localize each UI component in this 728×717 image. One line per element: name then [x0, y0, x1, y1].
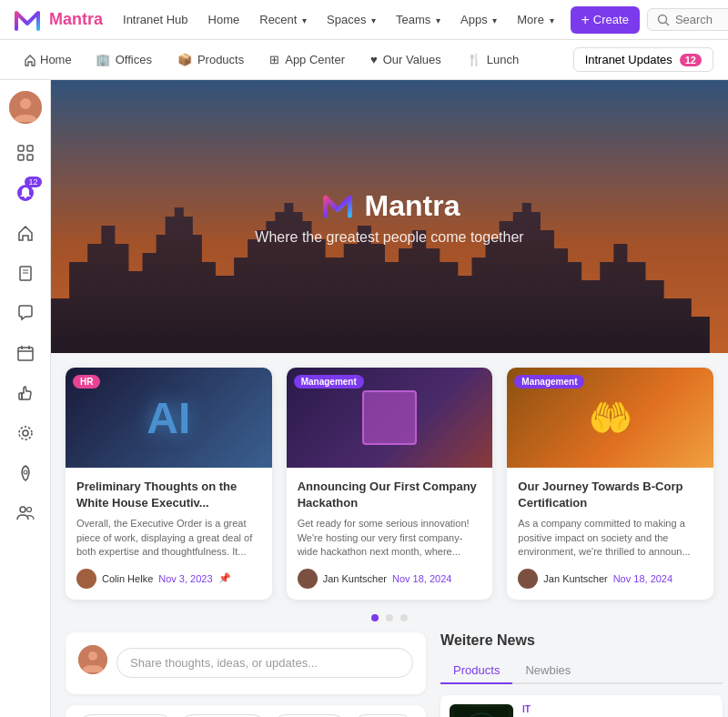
poll-button[interactable]: Poll [353, 714, 413, 717]
weitere-tabs: Products Newbies [440, 658, 723, 684]
card-author-avatar-2 [518, 569, 538, 589]
dot-0[interactable] [371, 614, 379, 621]
fork-icon: 🍴 [467, 53, 481, 66]
sidebar-chat-icon[interactable] [7, 295, 44, 331]
sidebar-book-icon[interactable] [7, 255, 44, 291]
nav-lunch[interactable]: 🍴 Lunch [456, 49, 530, 70]
nav-products[interactable]: 📦 Products [167, 49, 255, 70]
sidebar-people-icon[interactable] [7, 495, 44, 531]
post-box-input[interactable]: Share thoughts, ideas, or updates... [116, 648, 413, 678]
sidebar-rocket-icon[interactable] [7, 455, 44, 491]
top-nav-links: Intranet Hub Home Recent ▾ Spaces ▾ Team… [114, 9, 563, 30]
card-author-2: Jan Kuntscher [543, 573, 607, 584]
card-date-1: Nov 18, 2024 [392, 573, 451, 584]
grid-icon: ⊞ [269, 53, 279, 66]
sidebar-like-icon[interactable] [7, 375, 44, 411]
sidebar-notification-icon[interactable]: 12 [7, 175, 44, 211]
tab-products[interactable]: Products [440, 658, 512, 684]
card-author-avatar-0 [76, 569, 96, 589]
nav-app-center[interactable]: ⊞ App Center [258, 49, 356, 70]
card-author-0: Colin Helke [102, 573, 153, 584]
svg-point-22 [19, 427, 32, 439]
svg-point-23 [24, 470, 27, 474]
card-tag-0: HR [73, 375, 100, 389]
praise-button[interactable]: ★ Praise [273, 714, 346, 717]
sidebar-apps-icon[interactable] [7, 135, 44, 171]
rocket-sidebar-icon [16, 464, 35, 482]
svg-rect-10 [18, 155, 24, 160]
card-image-0: AI HR [66, 368, 272, 468]
nav-home[interactable]: Home [199, 9, 249, 30]
svg-line-1 [665, 22, 669, 25]
card-meta-0: Colin Helke Nov 3, 2023 📌 [76, 569, 261, 589]
news-item-0[interactable]: IT Revolutionary AI Breakthrough Propels… [440, 695, 723, 717]
hero-logo: Mantra [255, 187, 523, 224]
hero-subtitle: Where the greatest people come together [255, 229, 523, 246]
logo-icon [11, 4, 44, 36]
card-image-1: Management [287, 368, 493, 468]
card-meta-2: Jan Kuntscher Nov 18, 2024 [518, 569, 703, 589]
card-author-avatar-1 [298, 569, 318, 589]
search-input[interactable] [675, 13, 728, 26]
nav-intranet-hub[interactable]: Intranet Hub [114, 9, 197, 30]
card-excerpt-1: Get ready for some serious innovation! W… [298, 517, 482, 559]
dot-1[interactable] [386, 614, 393, 621]
heart-icon: ♥ [370, 53, 378, 66]
news-thumb-0 [450, 704, 513, 717]
search-bar[interactable] [647, 8, 728, 31]
svg-rect-9 [27, 146, 33, 151]
svg-rect-20 [19, 393, 22, 399]
card-title-2: Our Journey Towards B-Corp Certification [518, 479, 703, 511]
nav-spaces[interactable]: Spaces ▾ [318, 9, 385, 30]
pin-icon: 📌 [218, 572, 231, 584]
intranet-updates-button[interactable]: Intranet Updates 12 [573, 47, 713, 72]
question-button[interactable]: ? Question [180, 714, 266, 717]
people-sidebar-icon [16, 504, 35, 522]
intranet-updates-count: 12 [680, 54, 702, 66]
card-date-0: Nov 3, 2023 [158, 573, 212, 584]
home-icon [24, 54, 36, 66]
sidebar-calendar-icon[interactable] [7, 335, 44, 371]
card-meta-1: Jan Kuntscher Nov 18, 2024 [298, 569, 482, 589]
sidebar-avatar[interactable] [9, 91, 42, 124]
content-area: Mantra Where the greatest people come to… [51, 80, 728, 717]
sidebar-settings-icon[interactable] [7, 415, 44, 451]
sidebar-home-icon[interactable] [7, 215, 44, 251]
svg-point-27 [88, 651, 97, 661]
nav-apps[interactable]: Apps ▾ [451, 9, 506, 30]
news-card-1[interactable]: Management Announcing Our First Company … [287, 368, 493, 600]
news-card-0[interactable]: AI HR Preliminary Thoughts on the White … [66, 368, 272, 600]
discussion-button[interactable]: Discussion [78, 714, 173, 717]
nav-our-values[interactable]: ♥ Our Values [359, 49, 452, 70]
sidebar: 12 [0, 80, 51, 717]
nav-teams[interactable]: Teams ▾ [387, 9, 450, 30]
svg-rect-8 [18, 146, 24, 151]
dot-2[interactable] [400, 614, 408, 621]
post-actions: Discussion ? Question ★ [66, 705, 426, 717]
card-title-0: Preliminary Thoughts on the White House … [76, 479, 261, 511]
thumbsup-sidebar-icon [16, 384, 35, 402]
news-card-2[interactable]: 🤲 Management Our Journey Towards B-Corp … [507, 368, 713, 600]
svg-point-24 [20, 507, 25, 512]
main-layout: 12 [0, 80, 728, 717]
logo[interactable]: Mantra [11, 4, 103, 36]
apps-grid-icon [16, 144, 35, 162]
tab-newbies[interactable]: Newbies [512, 658, 583, 684]
nav-recent[interactable]: Recent ▾ [250, 9, 316, 30]
top-nav-right: + Create 9+ ? [571, 5, 728, 35]
nav-home-item[interactable]: Home [15, 49, 81, 70]
nav-offices[interactable]: 🏢 Offices [85, 49, 163, 70]
top-nav: Mantra Intranet Hub Home Recent ▾ Spaces… [0, 0, 728, 40]
book-sidebar-icon [16, 264, 35, 282]
news-item-tag-0: IT [522, 704, 713, 714]
weitere-news-section: Weitere News Products Newbies [440, 632, 723, 717]
feed-section: Share thoughts, ideas, or updates... Dis… [66, 632, 426, 717]
card-image-2: 🤲 Management [507, 368, 713, 468]
nav-more[interactable]: More ▾ [508, 9, 562, 30]
news-cards-row: AI HR Preliminary Thoughts on the White … [51, 353, 728, 607]
card-date-2: Nov 18, 2024 [613, 573, 672, 584]
create-button[interactable]: + Create [571, 6, 640, 34]
hero-logo-text: Mantra [365, 189, 460, 223]
weitere-news-title: Weitere News [440, 632, 723, 649]
hero-logo-icon [319, 187, 356, 224]
